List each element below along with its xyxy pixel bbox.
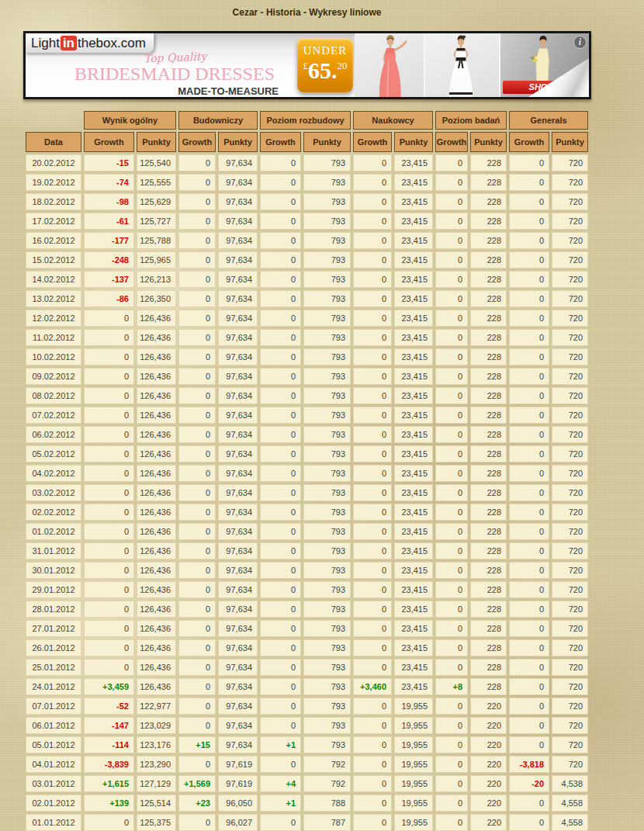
cell-value: 97,634 — [218, 310, 258, 327]
cell-value: 0 — [260, 542, 301, 559]
cell-value: 793 — [303, 290, 351, 307]
cell-value: 220 — [470, 775, 507, 792]
cell-date: 07.02.2012 — [26, 407, 81, 424]
cell-value: 0 — [509, 213, 549, 230]
cell-value: 228 — [470, 639, 507, 656]
cell-value: 126,213 — [137, 271, 176, 288]
table-row: 10.02.20120126,436097,6340793023,4150228… — [26, 348, 588, 365]
cell-value: 0 — [178, 445, 216, 462]
cell-value: 793 — [303, 407, 351, 424]
ad-price-badge: UNDER £65.20 — [297, 38, 353, 92]
cell-value: 0 — [84, 329, 134, 346]
cell-value: 720 — [552, 348, 588, 365]
cell-date: 01.01.2012 — [26, 814, 81, 831]
cell-value: 220 — [470, 717, 507, 734]
cell-date: 05.01.2012 — [26, 736, 81, 753]
cell-value: 0 — [84, 504, 134, 521]
cell-value: 126,436 — [137, 562, 176, 579]
cell-value: 0 — [435, 484, 468, 501]
cell-value: 0 — [353, 736, 392, 753]
cell-value: 0 — [178, 814, 216, 831]
cell-date: 12.02.2012 — [26, 310, 81, 327]
white-dress-illustration — [424, 33, 499, 97]
cell-date: 24.01.2012 — [26, 678, 81, 695]
cell-value: 0 — [353, 601, 392, 618]
cell-value: 0 — [435, 290, 468, 307]
cell-value: 23,415 — [394, 601, 433, 618]
cell-value: 793 — [303, 659, 351, 676]
cell-value: 0 — [509, 814, 549, 831]
cell-value: 0 — [178, 368, 216, 385]
cell-value: 97,634 — [218, 290, 258, 307]
group-header-spacer — [26, 111, 81, 130]
ad-info-icon[interactable]: i — [573, 36, 587, 49]
page: Cezar - Historia - Wykresy liniowe Light… — [0, 0, 644, 831]
cell-value: 0 — [178, 678, 216, 695]
cell-value: 720 — [552, 465, 588, 482]
cell-value: 125,555 — [137, 174, 176, 191]
group-header-naukowcy: Naukowcy — [353, 111, 433, 130]
group-header-budowniczy: Budowniczy — [178, 111, 258, 130]
cell-value: 720 — [552, 756, 588, 773]
cell-value: 0 — [509, 310, 549, 327]
cell-value: 0 — [509, 698, 549, 715]
cell-value: 0 — [84, 348, 134, 365]
cell-value: -98 — [84, 193, 134, 210]
cell-value: 0 — [178, 251, 216, 268]
cell-value: 0 — [435, 154, 468, 171]
cell-value: +1 — [260, 736, 301, 753]
cell-value: 720 — [552, 620, 588, 637]
table-row: 11.02.20120126,436097,6340793023,4150228… — [26, 329, 588, 346]
cell-value: 0 — [260, 465, 301, 482]
cell-value: 788 — [303, 795, 351, 812]
cell-date: 07.01.2012 — [26, 698, 81, 715]
cell-value: 0 — [435, 620, 468, 637]
cell-value: 0 — [260, 329, 301, 346]
cell-value: 0 — [435, 639, 468, 656]
cell-value: 0 — [509, 659, 549, 676]
cell-value: 96,027 — [218, 814, 258, 831]
cell-value: 0 — [509, 736, 549, 753]
cell-value: 97,634 — [218, 639, 258, 656]
cell-value: 793 — [303, 426, 351, 443]
column-header-growth-3: Growth — [260, 132, 301, 152]
cell-value: 97,634 — [218, 445, 258, 462]
cell-value: 97,634 — [218, 407, 258, 424]
column-header-growth-5: Growth — [435, 132, 468, 152]
cell-value: 793 — [303, 193, 351, 210]
cell-value: 23,415 — [394, 368, 433, 385]
cell-value: 0 — [509, 620, 549, 637]
cell-value: 0 — [435, 814, 468, 831]
cell-value: 0 — [260, 484, 301, 501]
cell-value: 23,415 — [394, 542, 433, 559]
cell-value: 23,415 — [394, 290, 433, 307]
cell-value: 0 — [435, 251, 468, 268]
cell-value: 97,634 — [218, 348, 258, 365]
cell-date: 18.02.2012 — [26, 193, 81, 210]
cell-date: 11.02.2012 — [26, 329, 81, 346]
cell-date: 17.02.2012 — [26, 213, 81, 230]
ad-logo[interactable]: Lightinthebox.com — [26, 33, 154, 54]
table-row: 25.01.20120126,436097,6340793023,4150228… — [26, 659, 588, 676]
cell-value: 0 — [435, 504, 468, 521]
ad-banner[interactable]: Lightinthebox.com Top Quality BRIDESMAID… — [23, 31, 591, 99]
cell-value: 0 — [178, 213, 216, 230]
cell-value: 220 — [470, 698, 507, 715]
table-row: 28.01.20120126,436097,6340793023,4150228… — [26, 601, 588, 618]
cell-value: 228 — [470, 193, 507, 210]
cell-value: 793 — [303, 154, 351, 171]
cell-value: 97,634 — [218, 232, 258, 249]
cell-value: 0 — [353, 368, 392, 385]
cell-date: 27.01.2012 — [26, 620, 81, 637]
cell-value: 720 — [552, 484, 588, 501]
group-header-generals: Generals — [509, 111, 588, 130]
cell-value: 220 — [470, 795, 507, 812]
cell-date: 14.02.2012 — [26, 271, 81, 288]
cell-value: +4 — [260, 775, 301, 792]
cell-value: 97,634 — [218, 387, 258, 404]
cell-value: 0 — [260, 562, 301, 579]
cell-value: 0 — [84, 523, 134, 540]
cell-value: 0 — [178, 271, 216, 288]
cell-value: 0 — [353, 465, 392, 482]
cell-value: 125,727 — [137, 213, 176, 230]
